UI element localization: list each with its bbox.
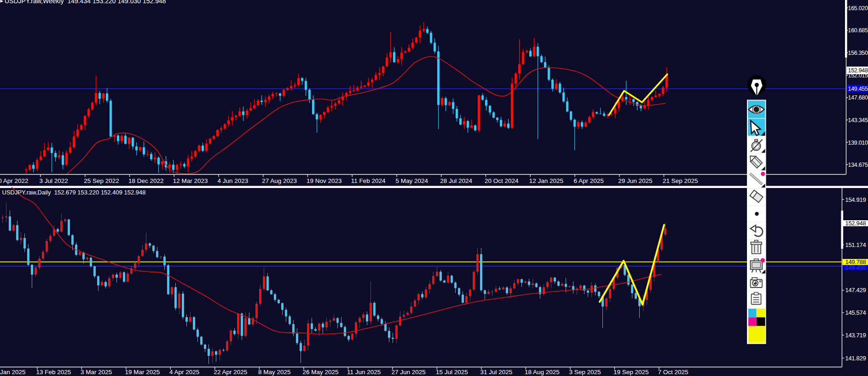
svg-text:4 Jun 2023: 4 Jun 2023: [218, 177, 249, 184]
svg-text:165.020: 165.020: [848, 5, 868, 12]
svg-text:20 Oct 2024: 20 Oct 2024: [485, 177, 519, 184]
svg-text:134.675: 134.675: [848, 162, 868, 168]
svg-text:143.719: 143.719: [845, 332, 866, 339]
svg-text:12 Jan 2025: 12 Jan 2025: [529, 177, 563, 184]
svg-text:160.685: 160.685: [848, 27, 868, 34]
svg-text:19 Nov 2023: 19 Nov 2023: [307, 177, 342, 184]
svg-text:156.350: 156.350: [848, 50, 868, 56]
svg-text:18 Dec 2022: 18 Dec 2022: [128, 177, 164, 184]
svg-text:139.010: 139.010: [848, 140, 868, 146]
svg-text:145.574: 145.574: [845, 309, 866, 316]
svg-text:5 May 2024: 5 May 2024: [396, 177, 428, 184]
svg-text:26 May 2025: 26 May 2025: [302, 369, 338, 376]
svg-text:12 Mar 2023: 12 Mar 2023: [173, 177, 208, 184]
svg-text:28 Jul 2024: 28 Jul 2024: [440, 177, 472, 184]
svg-text:4 Apr 2025: 4 Apr 2025: [169, 369, 199, 376]
svg-text:29 Jun 2025: 29 Jun 2025: [618, 177, 652, 184]
svg-text:31 Jul 2025: 31 Jul 2025: [480, 369, 512, 376]
svg-text:152.948: 152.948: [848, 67, 868, 74]
svg-text:3 Sep 2025: 3 Sep 2025: [569, 369, 601, 376]
svg-text:8 May 2025: 8 May 2025: [258, 369, 291, 376]
svg-text:USDJPY.raw,Daily 152.679 153.: USDJPY.raw,Daily 152.679 153.220 152.409…: [2, 189, 146, 196]
svg-text:19 Sep 2025: 19 Sep 2025: [613, 369, 649, 376]
svg-text:6 Apr 2025: 6 Apr 2025: [574, 177, 604, 184]
svg-text:152.948: 152.948: [845, 220, 866, 227]
svg-text:143.345: 143.345: [848, 117, 868, 123]
svg-text:154.919: 154.919: [845, 196, 866, 203]
svg-text:USDJPY.raw,Weekly 149.434 153: USDJPY.raw,Weekly 149.434 153.220 149.03…: [5, 0, 166, 5]
svg-text:22 Apr 2025: 22 Apr 2025: [214, 369, 247, 376]
svg-text:11 Feb 2024: 11 Feb 2024: [351, 177, 386, 184]
svg-text:25 Sep 2022: 25 Sep 2022: [84, 177, 119, 184]
svg-text:149.455: 149.455: [845, 264, 866, 271]
svg-text:27 Aug 2023: 27 Aug 2023: [262, 177, 297, 184]
svg-text:13 Feb 2025: 13 Feb 2025: [36, 369, 71, 376]
svg-text:147.429: 147.429: [845, 287, 866, 294]
svg-text:11 Jun 2025: 11 Jun 2025: [347, 369, 381, 376]
svg-text:151.174: 151.174: [845, 241, 866, 248]
svg-text:147.680: 147.680: [848, 94, 868, 101]
svg-text:7 Oct 2025: 7 Oct 2025: [658, 369, 688, 376]
svg-text:21 Sep 2025: 21 Sep 2025: [663, 177, 698, 184]
svg-text:19 Mar 2025: 19 Mar 2025: [125, 369, 160, 376]
svg-text:10 Apr 2022: 10 Apr 2022: [0, 177, 29, 184]
svg-text:3 Mar 2025: 3 Mar 2025: [81, 369, 112, 376]
svg-text:18 Aug 2025: 18 Aug 2025: [525, 369, 560, 376]
svg-text:141.829: 141.829: [845, 355, 866, 362]
svg-text:3 Jul 2022: 3 Jul 2022: [40, 177, 68, 184]
svg-text:27 Jun 2025: 27 Jun 2025: [391, 369, 425, 376]
svg-text:149.455: 149.455: [848, 86, 868, 92]
svg-text:15 Jul 2025: 15 Jul 2025: [436, 369, 468, 376]
svg-text:Jan 2025: Jan 2025: [0, 369, 26, 376]
